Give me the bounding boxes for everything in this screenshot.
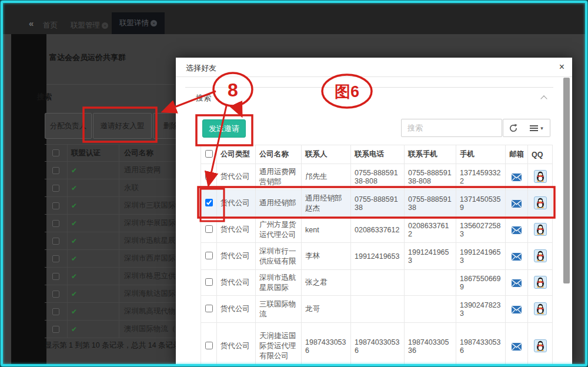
checkbox-icon[interactable]	[52, 220, 59, 227]
qq-icon[interactable]	[534, 170, 547, 183]
tab-alliance-detail[interactable]: 联盟详情×	[112, 12, 165, 34]
company-name[interactable]: 深圳市格思立供应	[119, 271, 179, 281]
table-row[interactable]: ✔ 永联	[45, 179, 179, 197]
tab-home[interactable]: 首页	[43, 21, 58, 31]
friends-table: 公司类型 公司名称 联系人 联系电话 联系手机 手机 邮箱 QQ	[201, 145, 553, 364]
company-name[interactable]: 深圳市西岸国际货	[119, 253, 179, 263]
row-checkbox[interactable]	[205, 305, 213, 312]
email-icon[interactable]	[512, 174, 522, 181]
table-row[interactable]: ✔ 深圳凯高现代物流	[45, 303, 179, 321]
company-name[interactable]: 永联	[119, 183, 179, 193]
contact-mobile	[405, 270, 456, 296]
tab-close-icon[interactable]: ×	[102, 22, 108, 29]
refresh-button[interactable]	[503, 119, 524, 137]
company-type: 货代公司	[217, 243, 256, 270]
sidebar-collapse-icon[interactable]: «	[29, 18, 34, 28]
company-name[interactable]: 深圳市华展国际物	[119, 218, 179, 228]
row-checkbox[interactable]	[205, 199, 213, 206]
checkbox-icon[interactable]	[52, 149, 59, 156]
col-contact: 联系人	[302, 145, 351, 164]
qq-icon[interactable]	[534, 276, 547, 289]
company-name: 深圳市迅航星辰国际	[256, 270, 302, 296]
checkbox-icon[interactable]	[52, 185, 59, 192]
qq-icon[interactable]	[534, 196, 547, 209]
company-name[interactable]: 深圳海航达国际货	[119, 289, 179, 299]
checkbox-icon[interactable]	[52, 291, 59, 298]
company-name: 通用运费网营销部	[256, 164, 302, 190]
row-checkbox[interactable]	[205, 172, 213, 180]
friend-row[interactable]: 货代公司 天润捷运国际货运代理有限公司 19874330536 19874033…	[201, 323, 553, 365]
checkbox-icon[interactable]	[52, 255, 59, 262]
company-name[interactable]: 深圳市迅航星辰国	[119, 236, 179, 246]
col-phone: 手机	[456, 145, 506, 164]
table-row[interactable]: ✔ 深圳市三联国际物	[45, 197, 179, 215]
email-icon[interactable]	[512, 343, 522, 351]
table-row[interactable]: ✔ 深圳海航达国际货	[45, 285, 179, 303]
row-checkbox[interactable]	[205, 225, 213, 233]
table-row[interactable]: ✔ 深圳市格思立供应	[45, 268, 179, 285]
email-icon[interactable]	[512, 200, 522, 208]
send-invite-button[interactable]: 发送邀请	[202, 119, 246, 138]
qq-icon[interactable]	[534, 249, 547, 262]
email-icon[interactable]	[512, 253, 522, 261]
friend-row[interactable]: 货代公司 广州方显货运代理公司 kent 02086337612 0208633…	[201, 217, 553, 243]
email-icon[interactable]	[512, 279, 522, 287]
col-mail: 邮箱	[506, 145, 528, 164]
contact-person: 张之君	[302, 270, 351, 296]
table-row[interactable]: ✔ 通用运费网	[45, 162, 179, 179]
company-name[interactable]: 澳圳国际物流（深	[119, 324, 179, 334]
checkbox[interactable]	[205, 150, 213, 158]
checkbox-icon[interactable]	[52, 238, 59, 245]
contact-person: 通用经销部赵杰	[302, 190, 351, 217]
friend-row[interactable]: 货代公司 通用经销部 通用经销部赵杰 0755-88859138 0755-88…	[201, 190, 553, 217]
checkbox-icon[interactable]	[52, 202, 59, 209]
row-checkbox[interactable]	[205, 278, 213, 286]
company-type: 货代公司	[217, 217, 256, 243]
company-name[interactable]: 深圳市三联国际物	[119, 201, 179, 211]
table-row[interactable]: ✔ 深圳市西岸国际货	[45, 250, 179, 268]
collapse-chevron-icon[interactable]	[540, 95, 547, 102]
checkbox-icon[interactable]	[52, 167, 59, 174]
row-checkbox[interactable]	[205, 342, 213, 349]
email-icon[interactable]	[512, 306, 522, 313]
invite-friend-button[interactable]: 邀请好友入盟	[93, 113, 152, 139]
friend-row[interactable]: 货代公司 通用运费网营销部 邝先生 0755-88859138-808 0755…	[201, 164, 553, 190]
select-all-checkbox[interactable]	[45, 145, 68, 161]
modal-scrollbar-thumb[interactable]	[563, 78, 570, 283]
search-input[interactable]	[401, 119, 502, 137]
checkbox-icon[interactable]	[52, 326, 59, 333]
assign-manager-button[interactable]: 分配负责人	[45, 113, 92, 139]
col-type: 公司类型	[217, 145, 256, 164]
tab-alliance-management[interactable]: 联盟管理×	[71, 21, 108, 31]
tab-close-icon[interactable]: ×	[151, 20, 157, 26]
checkbox-icon[interactable]	[52, 308, 59, 315]
app-window: « 首页 联盟管理× 联盟详情× 富达会会员运价共享群 搜索 分配负责人 邀请好…	[3, 3, 585, 364]
company-name[interactable]: 深圳凯高现代物流	[119, 306, 179, 316]
contact-tel	[351, 270, 405, 296]
caret-down-icon: ▾	[540, 125, 543, 131]
screenshot-frame: « 首页 联盟管理× 联盟详情× 富达会会员运价共享群 搜索 分配负责人 邀请好…	[0, 0, 588, 367]
table-row[interactable]: ✔ 深圳市华展国际物	[45, 215, 179, 232]
contact-tel	[351, 296, 405, 323]
table-row[interactable]: ✔ 澳圳国际物流（深	[45, 321, 179, 338]
qq-icon[interactable]	[534, 339, 547, 352]
select-all-checkbox[interactable]	[201, 145, 217, 164]
row-checkbox[interactable]	[205, 252, 213, 259]
contact-tel: 19912419653	[351, 243, 405, 270]
pagination-summary: 显示第 1 到第 10 条记录，总共 14 条记录 每	[45, 341, 179, 351]
friend-row[interactable]: 货代公司 深圳市行一供应链有限 李林 19912419653 199124196…	[201, 243, 553, 270]
company-name[interactable]: 通用运费网	[119, 165, 179, 175]
qq-icon[interactable]	[534, 223, 547, 236]
company-type: 货代公司	[217, 190, 256, 217]
checkbox-icon[interactable]	[52, 273, 59, 280]
email-icon[interactable]	[512, 226, 522, 234]
company-name: 广州方显货运代理公司	[256, 217, 302, 243]
qq-icon[interactable]	[534, 302, 547, 315]
verified-check-icon: ✔	[71, 184, 77, 192]
friend-row[interactable]: 货代公司 深圳市迅航星辰国际 张之君 18675506699	[201, 270, 553, 296]
close-icon[interactable]: ×	[559, 62, 564, 72]
verified-check-icon: ✔	[71, 202, 77, 210]
friend-row[interactable]: 货代公司 三联国际物流 龙哥 13902478233	[201, 296, 553, 323]
table-row[interactable]: ✔ 深圳市迅航星辰国	[45, 232, 179, 250]
columns-dropdown-button[interactable]: ▾	[523, 119, 550, 137]
